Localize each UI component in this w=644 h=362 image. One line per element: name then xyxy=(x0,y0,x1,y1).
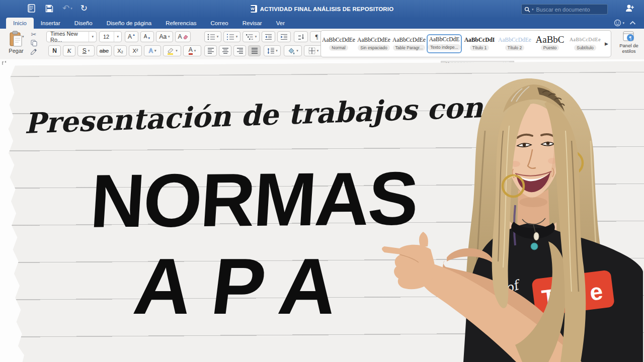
cut-icon[interactable]: ✂ xyxy=(31,31,37,38)
sort-button[interactable] xyxy=(294,31,308,42)
copy-icon[interactable] xyxy=(31,40,37,46)
clipboard-icon xyxy=(9,31,24,48)
tab-referencias[interactable]: Referencias xyxy=(158,18,203,29)
tab-correo[interactable]: Correo xyxy=(204,18,235,29)
paste-button[interactable]: Pegar xyxy=(4,31,28,54)
bold-button[interactable]: N xyxy=(48,45,61,56)
grow-font-button[interactable]: A▲ xyxy=(125,31,138,42)
style-sin-espaciado[interactable]: AaBbCcDdEeSin espaciado xyxy=(356,35,391,53)
change-case-button[interactable]: Aa▾ xyxy=(156,31,173,42)
style-normal[interactable]: AaBbCcDdEeNormal xyxy=(321,35,356,53)
line-spacing-button[interactable]: ▾ xyxy=(264,45,281,56)
svg-text:¶: ¶ xyxy=(629,35,632,41)
style-titulo-1[interactable]: AaBbCcDdITítulo 1 xyxy=(462,35,497,53)
share-person-icon[interactable] xyxy=(625,4,635,13)
align-right-button[interactable] xyxy=(233,45,246,56)
superscript-button[interactable]: X² xyxy=(129,45,142,56)
collapse-ribbon-chevron-icon[interactable] xyxy=(629,21,636,25)
underline-button[interactable]: S▾ xyxy=(77,45,95,56)
text-effects-button[interactable]: A▾ xyxy=(144,45,161,56)
numbering-button[interactable]: ▾ xyxy=(223,31,240,42)
paint-bucket-icon xyxy=(287,47,295,54)
shading-button[interactable]: ▾ xyxy=(284,45,302,56)
search-icon xyxy=(524,7,530,13)
subscript-button[interactable]: X₂ xyxy=(114,45,127,56)
style-titulo-2[interactable]: AaBbCcDdEeTítulo 2 xyxy=(497,35,532,53)
multilevel-list-button[interactable]: ▾ xyxy=(243,31,260,42)
highlighter-icon xyxy=(167,47,174,55)
format-painter-icon[interactable] xyxy=(30,48,37,55)
styles-pane-icon: ¶ xyxy=(623,31,635,42)
ribbon-tab-row: Inicio Insertar Diseño Diseño de página … xyxy=(0,18,644,29)
font-size-combo[interactable]: 12▾ xyxy=(99,31,122,42)
increase-indent-button[interactable] xyxy=(277,31,291,42)
thumbnail-headline-normas: NORMAS xyxy=(88,160,419,239)
ribbon: Pegar ▾ ✂ Times New Ro...▾ 12▾ A▲ A▼ Aa▾… xyxy=(0,29,644,60)
tab-ver[interactable]: Ver xyxy=(269,18,292,29)
style-texto-independiente[interactable]: AaBbCcDdETexto indepe... xyxy=(427,34,462,53)
tab-stop-selector-icon[interactable] xyxy=(2,60,8,66)
tab-revisar[interactable]: Revisar xyxy=(235,18,269,29)
tab-inicio[interactable]: Inicio xyxy=(6,18,34,29)
eraser-icon xyxy=(183,35,188,39)
shrink-font-button[interactable]: A▼ xyxy=(140,31,154,42)
align-center-button[interactable] xyxy=(219,45,231,56)
turquoise-pendant xyxy=(531,243,538,250)
title-bar: ↶▾ ↻ W ACTIVIDAD FINAL ANÁLISIS DE REPOS… xyxy=(0,0,644,18)
font-name-caret-icon[interactable]: ▾ xyxy=(89,32,96,42)
styles-gallery: AaBbCcDdEeNormal AaBbCcDdEeSin espaciado… xyxy=(320,30,611,57)
undo-button[interactable]: ↶▾ xyxy=(62,3,72,14)
justify-button[interactable] xyxy=(248,45,261,56)
decrease-indent-button[interactable] xyxy=(262,31,275,42)
paste-caret-icon[interactable]: ▾ xyxy=(22,35,24,39)
bullets-button[interactable]: ▾ xyxy=(204,31,221,42)
style-table-paragraph[interactable]: AaBbCcDdEeTable Paragr... xyxy=(391,35,427,53)
search-input[interactable] xyxy=(535,6,597,13)
align-left-button[interactable] xyxy=(204,45,217,56)
strikethrough-button[interactable]: abe xyxy=(97,45,112,56)
document-title: W ACTIVIDAD FINAL ANÁLISIS DE REPOSITORI… xyxy=(151,0,493,18)
feedback-smiley-icon[interactable]: ▾ xyxy=(614,19,624,27)
font-size-caret-icon[interactable]: ▾ xyxy=(114,32,121,42)
tab-diseno[interactable]: Diseño xyxy=(67,18,100,29)
font-name-combo[interactable]: Times New Ro...▾ xyxy=(46,31,97,42)
save-icon[interactable] xyxy=(44,4,54,14)
tab-insertar[interactable]: Insertar xyxy=(34,18,67,29)
tab-diseno-de-pagina[interactable]: Diseño de página xyxy=(100,18,159,29)
thumbnail-headline-apa: APA xyxy=(130,246,362,326)
search-box[interactable]: ▾ xyxy=(521,4,608,15)
italic-button[interactable]: K xyxy=(63,45,75,56)
search-scope-caret-icon[interactable]: ▾ xyxy=(532,8,534,12)
new-document-icon[interactable] xyxy=(26,4,36,14)
pointing-hand xyxy=(382,245,435,290)
style-puesto[interactable]: AaBbCPuesto xyxy=(532,35,568,53)
redo-button[interactable]: ↻ xyxy=(80,3,88,14)
word-document-icon: W xyxy=(251,5,257,13)
clear-formatting-button[interactable]: A xyxy=(175,31,191,42)
styles-pane-button[interactable]: ¶ Panel de estilos xyxy=(616,31,642,54)
styles-more-arrow-icon[interactable]: ▶ xyxy=(605,41,608,46)
undo-caret-icon[interactable]: ▾ xyxy=(70,7,72,11)
font-color-button[interactable]: A ▾ xyxy=(183,45,201,56)
highlight-color-button[interactable]: ▾ xyxy=(163,45,181,56)
style-subtitulo[interactable]: AaBbCcDdEeSubtítulo xyxy=(568,35,603,53)
presenter-photo: Tu e prof xyxy=(371,70,644,362)
